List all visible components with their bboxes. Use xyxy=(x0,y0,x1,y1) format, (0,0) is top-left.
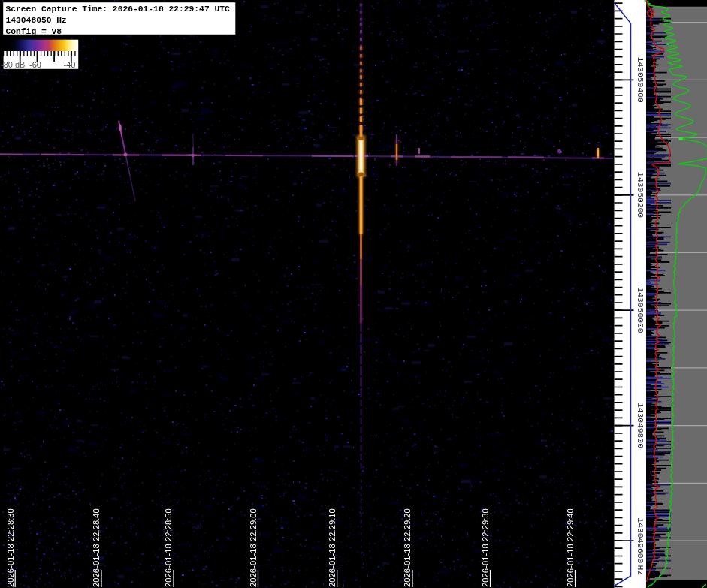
svg-text:2026-01-18 22:29:30: 2026-01-18 22:29:30 xyxy=(481,508,490,587)
svg-text:Config = V8: Config = V8 xyxy=(6,27,62,36)
svg-text:2026-01-18 22:28:50: 2026-01-18 22:28:50 xyxy=(164,508,173,587)
svg-text:2026-01-18 22:29:00: 2026-01-18 22:29:00 xyxy=(249,508,258,587)
svg-text:Screen Capture Time: 2026-01-1: Screen Capture Time: 2026-01-18 22:29:47… xyxy=(6,5,231,14)
svg-text:143049800: 143049800 xyxy=(636,403,645,448)
svg-text:143050400: 143050400 xyxy=(636,57,645,103)
svg-text:2026-01-18 22:29:40: 2026-01-18 22:29:40 xyxy=(566,508,575,587)
svg-text:2026-01-18 22:29:20: 2026-01-18 22:29:20 xyxy=(403,508,412,587)
svg-text:-60: -60 xyxy=(29,60,41,69)
svg-text:143049600: 143049600 xyxy=(636,517,645,563)
svg-text:2026-01-18 22:29:10: 2026-01-18 22:29:10 xyxy=(328,508,337,587)
svg-text:143048050 Hz: 143048050 Hz xyxy=(6,16,67,25)
svg-text:Hz: Hz xyxy=(636,565,645,576)
svg-text:-80 dB: -80 dB xyxy=(1,60,25,69)
svg-text:2026-01-18 22:28:40: 2026-01-18 22:28:40 xyxy=(92,508,101,587)
svg-text:-40: -40 xyxy=(64,60,76,69)
svg-text:143050200: 143050200 xyxy=(636,172,645,218)
svg-text:143050000: 143050000 xyxy=(636,288,645,333)
svg-text:2026-01-18 22:28:30: 2026-01-18 22:28:30 xyxy=(6,508,15,587)
